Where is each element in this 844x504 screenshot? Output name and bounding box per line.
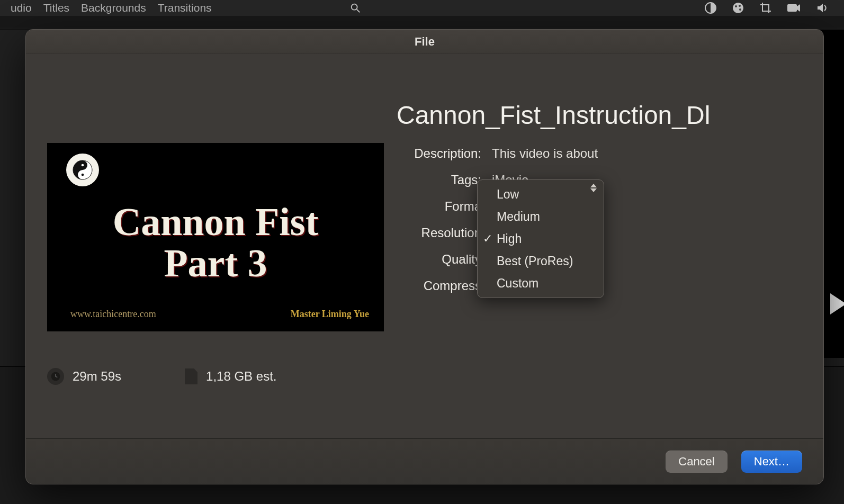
quality-option-best-label: Best (ProRes) [497, 254, 573, 268]
quality-label: Quality [397, 252, 481, 267]
bg-tab-audio[interactable]: udio [11, 2, 32, 14]
description-field[interactable]: This video is about [481, 146, 598, 161]
quality-option-custom[interactable]: Custom [478, 272, 604, 294]
quality-option-medium[interactable]: Medium [478, 205, 604, 228]
bg-tab-backgrounds[interactable]: Backgrounds [81, 2, 146, 14]
dialog-titlebar: File [26, 30, 823, 54]
filesize-stat: 1,18 GB est. [185, 368, 276, 384]
svg-point-0 [352, 4, 357, 10]
description-label: Description: [397, 146, 481, 161]
next-button[interactable]: Next… [741, 451, 802, 473]
description-row: Description: This video is about [397, 140, 802, 167]
background-toolbar-right-icons [704, 0, 844, 16]
export-stats: 29m 59s 1,18 GB est. [47, 368, 276, 385]
crop-icon[interactable] [759, 2, 772, 14]
checkmark-icon: ✓ [483, 232, 492, 246]
thumbnail-title-line2: Part 3 [164, 241, 267, 285]
svg-point-4 [735, 5, 737, 7]
bg-tab-transitions[interactable]: Transitions [158, 2, 212, 14]
cancel-button[interactable]: Cancel [666, 451, 727, 473]
quality-option-best[interactable]: Best (ProRes) [478, 250, 604, 272]
export-thumbnail: Cannon Fist Part 3 www.taichicentre.com … [47, 143, 384, 331]
svg-rect-7 [787, 4, 797, 12]
play-icon[interactable] [830, 293, 844, 314]
svg-point-6 [739, 8, 741, 11]
svg-point-5 [739, 5, 741, 7]
format-label: Forma [397, 199, 481, 214]
select-stepper-icon[interactable] [590, 184, 597, 192]
speaker-icon[interactable] [815, 2, 828, 14]
thumbnail-website: www.taichicentre.com [70, 309, 156, 320]
quality-option-high-label: High [497, 232, 522, 246]
background-strip [0, 16, 844, 28]
contrast-icon[interactable] [704, 2, 717, 14]
quality-option-high[interactable]: ✓ High [478, 228, 604, 250]
taichi-logo-icon [66, 154, 99, 186]
resolution-label: Resolution [397, 226, 481, 240]
filesize-value: 1,18 GB est. [206, 369, 276, 384]
thumbnail-title-line1: Cannon Fist [113, 200, 319, 244]
project-name: Cannon_Fist_Instruction_Dl [397, 101, 802, 130]
dialog-body: Cannon Fist Part 3 www.taichicentre.com … [26, 54, 823, 438]
magnifier-icon[interactable] [349, 2, 361, 14]
svg-point-9 [82, 164, 84, 167]
duration-stat: 29m 59s [47, 368, 121, 385]
compress-label: Compress [397, 278, 481, 293]
dialog-footer: Cancel Next… [26, 438, 823, 484]
clock-icon [47, 368, 64, 385]
thumbnail-title: Cannon Fist Part 3 [113, 202, 319, 284]
svg-point-3 [733, 3, 743, 13]
export-file-dialog: File Cannon Fist Part 3 www.taichicentre… [25, 29, 824, 484]
dialog-title: File [415, 35, 435, 49]
camera-icon[interactable] [787, 3, 801, 13]
tags-label: Tags: [397, 173, 481, 187]
svg-line-1 [357, 10, 360, 13]
quality-option-custom-label: Custom [497, 276, 538, 291]
svg-point-10 [82, 174, 84, 176]
quality-option-low[interactable]: Low [478, 183, 604, 205]
palette-icon[interactable] [732, 2, 744, 14]
quality-option-medium-label: Medium [497, 210, 540, 224]
quality-dropdown-menu[interactable]: Low Medium ✓ High Best (ProRes) Custom [477, 179, 604, 298]
thumbnail-master: Master Liming Yue [291, 309, 369, 320]
bg-tab-titles[interactable]: Titles [43, 2, 69, 14]
file-icon [185, 368, 197, 384]
quality-option-low-label: Low [497, 187, 519, 202]
duration-value: 29m 59s [73, 369, 121, 384]
